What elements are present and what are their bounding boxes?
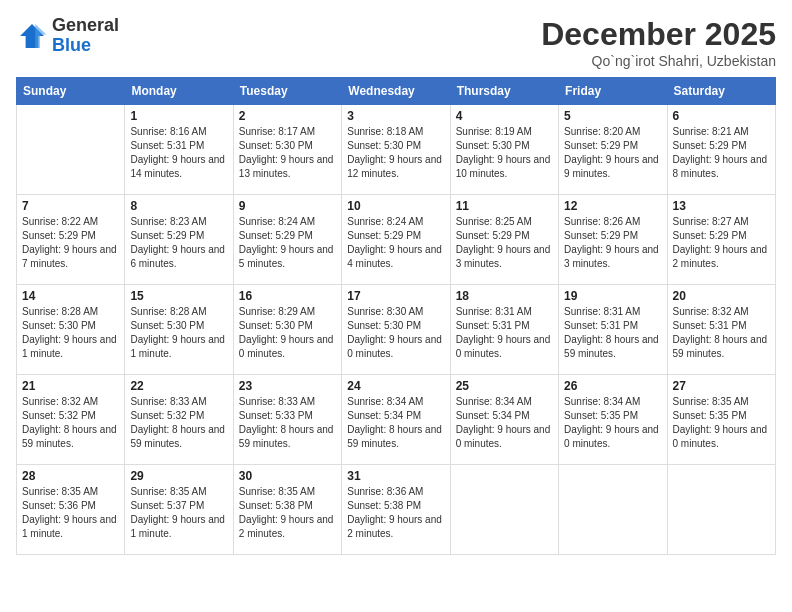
day-number: 21	[22, 379, 119, 393]
day-number: 6	[673, 109, 770, 123]
calendar-day-cell: 30Sunrise: 8:35 AMSunset: 5:38 PMDayligh…	[233, 465, 341, 555]
empty-cell	[559, 465, 667, 555]
day-info: Sunrise: 8:19 AMSunset: 5:30 PMDaylight:…	[456, 125, 553, 181]
location: Qo`ng`irot Shahri, Uzbekistan	[541, 53, 776, 69]
calendar-day-cell: 17Sunrise: 8:30 AMSunset: 5:30 PMDayligh…	[342, 285, 450, 375]
weekday-header: Monday	[125, 78, 233, 105]
weekday-header-row: SundayMondayTuesdayWednesdayThursdayFrid…	[17, 78, 776, 105]
day-info: Sunrise: 8:34 AMSunset: 5:35 PMDaylight:…	[564, 395, 661, 451]
day-info: Sunrise: 8:17 AMSunset: 5:30 PMDaylight:…	[239, 125, 336, 181]
logo-text: General Blue	[52, 16, 119, 56]
day-number: 12	[564, 199, 661, 213]
calendar-week-row: 1Sunrise: 8:16 AMSunset: 5:31 PMDaylight…	[17, 105, 776, 195]
calendar-day-cell: 27Sunrise: 8:35 AMSunset: 5:35 PMDayligh…	[667, 375, 775, 465]
day-number: 19	[564, 289, 661, 303]
logo-icon	[16, 20, 48, 52]
day-number: 4	[456, 109, 553, 123]
calendar-day-cell: 29Sunrise: 8:35 AMSunset: 5:37 PMDayligh…	[125, 465, 233, 555]
calendar-day-cell: 12Sunrise: 8:26 AMSunset: 5:29 PMDayligh…	[559, 195, 667, 285]
day-info: Sunrise: 8:31 AMSunset: 5:31 PMDaylight:…	[564, 305, 661, 361]
day-info: Sunrise: 8:27 AMSunset: 5:29 PMDaylight:…	[673, 215, 770, 271]
calendar-day-cell: 24Sunrise: 8:34 AMSunset: 5:34 PMDayligh…	[342, 375, 450, 465]
day-info: Sunrise: 8:30 AMSunset: 5:30 PMDaylight:…	[347, 305, 444, 361]
calendar-day-cell: 16Sunrise: 8:29 AMSunset: 5:30 PMDayligh…	[233, 285, 341, 375]
day-number: 5	[564, 109, 661, 123]
day-info: Sunrise: 8:28 AMSunset: 5:30 PMDaylight:…	[130, 305, 227, 361]
day-number: 24	[347, 379, 444, 393]
day-number: 7	[22, 199, 119, 213]
day-number: 17	[347, 289, 444, 303]
calendar-day-cell: 3Sunrise: 8:18 AMSunset: 5:30 PMDaylight…	[342, 105, 450, 195]
day-info: Sunrise: 8:26 AMSunset: 5:29 PMDaylight:…	[564, 215, 661, 271]
logo: General Blue	[16, 16, 119, 56]
day-number: 18	[456, 289, 553, 303]
day-info: Sunrise: 8:28 AMSunset: 5:30 PMDaylight:…	[22, 305, 119, 361]
day-info: Sunrise: 8:24 AMSunset: 5:29 PMDaylight:…	[239, 215, 336, 271]
day-number: 10	[347, 199, 444, 213]
day-info: Sunrise: 8:31 AMSunset: 5:31 PMDaylight:…	[456, 305, 553, 361]
calendar-week-row: 21Sunrise: 8:32 AMSunset: 5:32 PMDayligh…	[17, 375, 776, 465]
calendar-day-cell: 9Sunrise: 8:24 AMSunset: 5:29 PMDaylight…	[233, 195, 341, 285]
calendar-day-cell: 6Sunrise: 8:21 AMSunset: 5:29 PMDaylight…	[667, 105, 775, 195]
day-info: Sunrise: 8:35 AMSunset: 5:36 PMDaylight:…	[22, 485, 119, 541]
logo-blue: Blue	[52, 36, 119, 56]
calendar-day-cell: 22Sunrise: 8:33 AMSunset: 5:32 PMDayligh…	[125, 375, 233, 465]
calendar-day-cell: 19Sunrise: 8:31 AMSunset: 5:31 PMDayligh…	[559, 285, 667, 375]
weekday-header: Thursday	[450, 78, 558, 105]
day-info: Sunrise: 8:18 AMSunset: 5:30 PMDaylight:…	[347, 125, 444, 181]
day-number: 11	[456, 199, 553, 213]
calendar-week-row: 14Sunrise: 8:28 AMSunset: 5:30 PMDayligh…	[17, 285, 776, 375]
day-info: Sunrise: 8:20 AMSunset: 5:29 PMDaylight:…	[564, 125, 661, 181]
day-number: 8	[130, 199, 227, 213]
weekday-header: Wednesday	[342, 78, 450, 105]
calendar-day-cell: 7Sunrise: 8:22 AMSunset: 5:29 PMDaylight…	[17, 195, 125, 285]
day-number: 30	[239, 469, 336, 483]
day-number: 23	[239, 379, 336, 393]
calendar-day-cell: 1Sunrise: 8:16 AMSunset: 5:31 PMDaylight…	[125, 105, 233, 195]
day-number: 20	[673, 289, 770, 303]
day-info: Sunrise: 8:34 AMSunset: 5:34 PMDaylight:…	[456, 395, 553, 451]
title-section: December 2025 Qo`ng`irot Shahri, Uzbekis…	[541, 16, 776, 69]
day-info: Sunrise: 8:32 AMSunset: 5:31 PMDaylight:…	[673, 305, 770, 361]
day-number: 28	[22, 469, 119, 483]
day-number: 2	[239, 109, 336, 123]
logo-general: General	[52, 16, 119, 36]
day-info: Sunrise: 8:35 AMSunset: 5:37 PMDaylight:…	[130, 485, 227, 541]
day-info: Sunrise: 8:34 AMSunset: 5:34 PMDaylight:…	[347, 395, 444, 451]
calendar-day-cell: 13Sunrise: 8:27 AMSunset: 5:29 PMDayligh…	[667, 195, 775, 285]
calendar-day-cell: 23Sunrise: 8:33 AMSunset: 5:33 PMDayligh…	[233, 375, 341, 465]
page-header: General Blue December 2025 Qo`ng`irot Sh…	[16, 16, 776, 69]
day-number: 27	[673, 379, 770, 393]
day-number: 22	[130, 379, 227, 393]
day-info: Sunrise: 8:21 AMSunset: 5:29 PMDaylight:…	[673, 125, 770, 181]
calendar-week-row: 28Sunrise: 8:35 AMSunset: 5:36 PMDayligh…	[17, 465, 776, 555]
calendar-day-cell: 2Sunrise: 8:17 AMSunset: 5:30 PMDaylight…	[233, 105, 341, 195]
day-number: 31	[347, 469, 444, 483]
calendar-day-cell: 26Sunrise: 8:34 AMSunset: 5:35 PMDayligh…	[559, 375, 667, 465]
svg-marker-0	[20, 24, 44, 48]
day-number: 13	[673, 199, 770, 213]
calendar-day-cell: 10Sunrise: 8:24 AMSunset: 5:29 PMDayligh…	[342, 195, 450, 285]
empty-cell	[450, 465, 558, 555]
day-number: 15	[130, 289, 227, 303]
weekday-header: Tuesday	[233, 78, 341, 105]
weekday-header: Saturday	[667, 78, 775, 105]
day-number: 25	[456, 379, 553, 393]
calendar-day-cell: 21Sunrise: 8:32 AMSunset: 5:32 PMDayligh…	[17, 375, 125, 465]
calendar-day-cell: 11Sunrise: 8:25 AMSunset: 5:29 PMDayligh…	[450, 195, 558, 285]
day-info: Sunrise: 8:35 AMSunset: 5:35 PMDaylight:…	[673, 395, 770, 451]
calendar-day-cell: 4Sunrise: 8:19 AMSunset: 5:30 PMDaylight…	[450, 105, 558, 195]
calendar-day-cell: 25Sunrise: 8:34 AMSunset: 5:34 PMDayligh…	[450, 375, 558, 465]
day-info: Sunrise: 8:29 AMSunset: 5:30 PMDaylight:…	[239, 305, 336, 361]
calendar-day-cell: 18Sunrise: 8:31 AMSunset: 5:31 PMDayligh…	[450, 285, 558, 375]
day-info: Sunrise: 8:24 AMSunset: 5:29 PMDaylight:…	[347, 215, 444, 271]
calendar-day-cell: 31Sunrise: 8:36 AMSunset: 5:38 PMDayligh…	[342, 465, 450, 555]
day-info: Sunrise: 8:23 AMSunset: 5:29 PMDaylight:…	[130, 215, 227, 271]
day-info: Sunrise: 8:16 AMSunset: 5:31 PMDaylight:…	[130, 125, 227, 181]
day-info: Sunrise: 8:33 AMSunset: 5:32 PMDaylight:…	[130, 395, 227, 451]
day-info: Sunrise: 8:25 AMSunset: 5:29 PMDaylight:…	[456, 215, 553, 271]
day-number: 16	[239, 289, 336, 303]
day-info: Sunrise: 8:32 AMSunset: 5:32 PMDaylight:…	[22, 395, 119, 451]
day-info: Sunrise: 8:36 AMSunset: 5:38 PMDaylight:…	[347, 485, 444, 541]
calendar-day-cell: 15Sunrise: 8:28 AMSunset: 5:30 PMDayligh…	[125, 285, 233, 375]
